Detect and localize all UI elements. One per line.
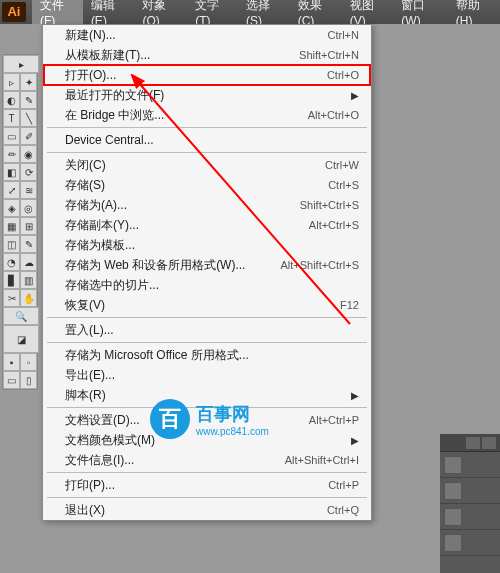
type-tool[interactable]: T <box>3 109 20 127</box>
file-menu-item-10[interactable]: 存储为(A)...Shift+Ctrl+S <box>43 195 371 215</box>
menu-shortcut: Ctrl+Q <box>327 504 359 516</box>
menu-shortcut: Ctrl+P <box>328 479 359 491</box>
panel-close[interactable] <box>482 437 496 449</box>
mesh-tool[interactable]: ⊞ <box>20 217 37 235</box>
file-menu-item-25[interactable]: 文件信息(I)...Alt+Shift+Ctrl+I <box>43 450 371 470</box>
perspective-tool[interactable]: ▦ <box>3 217 20 235</box>
app-logo: Ai <box>2 2 26 22</box>
menu-shortcut: Alt+Shift+Ctrl+I <box>285 454 359 466</box>
file-menu-item-19[interactable]: 存储为 Microsoft Office 所用格式... <box>43 345 371 365</box>
brush-tool[interactable]: ✐ <box>20 127 37 145</box>
rect-tool[interactable]: ▭ <box>3 127 20 145</box>
zoom-tool[interactable]: 🔍 <box>3 307 39 325</box>
file-menu-item-20[interactable]: 导出(E)... <box>43 365 371 385</box>
file-menu-item-3[interactable]: 最近打开的文件(F)▶ <box>43 85 371 105</box>
menu-shortcut: Alt+Ctrl+O <box>308 109 359 121</box>
fill-stroke[interactable]: ◪ <box>3 325 39 353</box>
file-menu-item-4[interactable]: 在 Bridge 中浏览...Alt+Ctrl+O <box>43 105 371 125</box>
menu-item-label: 打开(O)... <box>65 67 116 84</box>
file-menu-item-8[interactable]: 关闭(C)Ctrl+W <box>43 155 371 175</box>
menu-shortcut: Shift+Ctrl+N <box>299 49 359 61</box>
file-menu-item-13[interactable]: 存储为 Web 和设备所用格式(W)...Alt+Shift+Ctrl+S <box>43 255 371 275</box>
blob-tool[interactable]: ◉ <box>20 145 37 163</box>
panel-icon-4[interactable] <box>444 534 462 552</box>
menu-shortcut: Alt+Ctrl+S <box>309 219 359 231</box>
panel-icon-1[interactable] <box>444 456 462 474</box>
file-menu-item-12[interactable]: 存储为模板... <box>43 235 371 255</box>
menu-item-label: 打印(P)... <box>65 477 115 494</box>
scale-tool[interactable]: ⤢ <box>3 181 20 199</box>
eraser-tool[interactable]: ◧ <box>3 163 20 181</box>
menu-shortcut: Alt+Ctrl+P <box>309 414 359 426</box>
menu-item-label: 退出(X) <box>65 502 105 519</box>
panel-icon-2[interactable] <box>444 482 462 500</box>
lasso-tool[interactable]: ◐ <box>3 91 20 109</box>
file-menu-item-29[interactable]: 退出(X)Ctrl+Q <box>43 500 371 520</box>
menu-shortcut: Ctrl+W <box>325 159 359 171</box>
menu-separator <box>47 497 367 498</box>
menubar: Ai 文件(F)编辑(E)对象(O)文字(T)选择(S)效果(C)视图(V)窗口… <box>0 0 500 24</box>
menu-shortcut: Ctrl+N <box>328 29 359 41</box>
file-menu-item-0[interactable]: 新建(N)...Ctrl+N <box>43 25 371 45</box>
slice-tool[interactable]: ✂ <box>3 289 20 307</box>
file-menu-item-9[interactable]: 存储(S)Ctrl+S <box>43 175 371 195</box>
menu-separator <box>47 472 367 473</box>
width-tool[interactable]: ≋ <box>20 181 37 199</box>
menu-item-label: 关闭(C) <box>65 157 106 174</box>
file-menu-item-11[interactable]: 存储副本(Y)...Alt+Ctrl+S <box>43 215 371 235</box>
file-menu-item-6[interactable]: Device Central... <box>43 130 371 150</box>
watermark: 百 百事网 www.pc841.com <box>150 399 269 439</box>
menu-shortcut: Ctrl+S <box>328 179 359 191</box>
menu-item-label: 文档设置(D)... <box>65 412 140 429</box>
gradient-tool[interactable]: ◫ <box>3 235 20 253</box>
file-menu-item-1[interactable]: 从模板新建(T)...Shift+Ctrl+N <box>43 45 371 65</box>
menu-item-label: 在 Bridge 中浏览... <box>65 107 164 124</box>
menu-item-label: 最近打开的文件(F) <box>65 87 164 104</box>
panel-icon-3[interactable] <box>444 508 462 526</box>
submenu-arrow-icon: ▶ <box>351 390 359 401</box>
menu-item-label: 置入(L)... <box>65 322 114 339</box>
direct-select-tool[interactable]: ▹ <box>3 73 20 91</box>
menu-item-label: 存储为 Microsoft Office 所用格式... <box>65 347 249 364</box>
menu-item-label: 导出(E)... <box>65 367 115 384</box>
menu-separator <box>47 127 367 128</box>
toolbox: ▸ ▹✦ ◐✎ T╲ ▭✐ ✏◉ ◧⟳ ⤢≋ ◈◎ ▦⊞ ◫✎ ◔☁ ▊▥ ✂✋… <box>2 54 38 390</box>
screen-mode[interactable]: ▭ <box>3 371 20 389</box>
blend-tool[interactable]: ◔ <box>3 253 20 271</box>
line-tool[interactable]: ╲ <box>20 109 37 127</box>
file-menu-item-17[interactable]: 置入(L)... <box>43 320 371 340</box>
change-screen[interactable]: ▯ <box>20 371 37 389</box>
color-mode[interactable]: ▪ <box>3 353 20 371</box>
free-transform-tool[interactable]: ◈ <box>3 199 20 217</box>
watermark-url: www.pc841.com <box>196 426 269 437</box>
draw-mode[interactable]: ▫ <box>20 353 37 371</box>
menu-item-label: 新建(N)... <box>65 27 116 44</box>
file-menu-item-27[interactable]: 打印(P)...Ctrl+P <box>43 475 371 495</box>
menu-shortcut: F12 <box>340 299 359 311</box>
menu-separator <box>47 342 367 343</box>
watermark-title: 百事网 <box>196 402 269 426</box>
file-menu-item-15[interactable]: 恢复(V)F12 <box>43 295 371 315</box>
right-panel <box>440 434 500 573</box>
panel-minimize[interactable] <box>466 437 480 449</box>
rotate-tool[interactable]: ⟳ <box>20 163 37 181</box>
menu-shortcut: Ctrl+O <box>327 69 359 81</box>
file-menu-item-14[interactable]: 存储选中的切片... <box>43 275 371 295</box>
menu-shortcut: Alt+Shift+Ctrl+S <box>280 259 359 271</box>
menu-item-label: 从模板新建(T)... <box>65 47 150 64</box>
file-menu-item-2[interactable]: 打开(O)...Ctrl+O <box>43 65 371 85</box>
hand-tool[interactable]: ✋ <box>20 289 37 307</box>
eyedropper-tool[interactable]: ✎ <box>20 235 37 253</box>
pen-tool[interactable]: ✎ <box>20 91 37 109</box>
menu-item-label: 存储为模板... <box>65 237 135 254</box>
shape-builder-tool[interactable]: ◎ <box>20 199 37 217</box>
symbol-tool[interactable]: ☁ <box>20 253 37 271</box>
menu-shortcut: Shift+Ctrl+S <box>300 199 359 211</box>
menu-item-label: 存储(S) <box>65 177 105 194</box>
magic-wand-tool[interactable]: ✦ <box>20 73 37 91</box>
selection-tool[interactable]: ▸ <box>3 55 39 73</box>
artboard-tool[interactable]: ▥ <box>20 271 37 289</box>
pencil-tool[interactable]: ✏ <box>3 145 20 163</box>
menu-item-label: Device Central... <box>65 133 154 147</box>
graph-tool[interactable]: ▊ <box>3 271 20 289</box>
